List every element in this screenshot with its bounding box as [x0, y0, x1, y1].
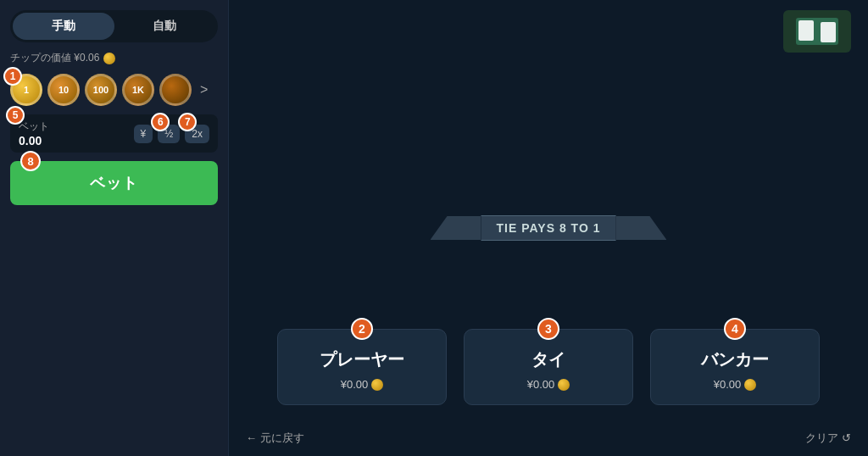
bet-row: ベット 0.00 ¥ 6 ½ 7 2x	[10, 114, 218, 153]
place-bet-button[interactable]: ベット	[10, 161, 218, 205]
badge-5: 5	[6, 106, 25, 125]
banner-wing-left	[431, 216, 481, 240]
manual-mode-button[interactable]: 手動	[13, 13, 114, 40]
bet-amount: 0.00	[19, 134, 127, 147]
player-zone-title: プレーヤー	[320, 348, 404, 371]
double-btn-wrap: 7 2x	[185, 125, 209, 143]
tie-zone-title: タイ	[531, 348, 565, 371]
banker-zone-amount: ¥0.00	[714, 378, 757, 391]
yen-icon: ¥	[141, 128, 147, 140]
banker-zone-badge: 4	[724, 318, 746, 340]
main-area: TIE PAYS 8 TO 1 2 プレーヤー ¥0.00 3 タイ ¥0.00…	[229, 0, 868, 456]
chips-more-button[interactable]: >	[197, 82, 211, 97]
left-panel: 手動 自動 チップの価値 ¥0.06 1 1 10 100 1K > 5 ベット…	[0, 0, 229, 456]
chip-value-row: チップの価値 ¥0.06	[10, 51, 218, 65]
tie-pays-text: TIE PAYS 8 TO 1	[481, 215, 616, 241]
place-bet-wrap: 8 ベット	[10, 161, 218, 205]
player-bet-zone[interactable]: 2 プレーヤー ¥0.00	[277, 329, 447, 405]
mode-toggle: 手動 自動	[10, 10, 218, 42]
badge-7: 7	[178, 113, 197, 131]
top-right-widget	[783, 10, 851, 53]
betting-area: 2 プレーヤー ¥0.00 3 タイ ¥0.00 4 バンカー ¥0.00	[229, 329, 868, 405]
coin-icon	[103, 53, 115, 64]
chip-100[interactable]: 100	[85, 74, 117, 106]
auto-mode-button[interactable]: 自動	[114, 13, 216, 40]
player-zone-badge: 2	[351, 318, 373, 340]
card-visual	[796, 18, 838, 45]
bet-actions: ¥ 6 ½ 7 2x	[134, 125, 209, 143]
player-coin-icon	[371, 379, 383, 391]
bottom-bar: ← 元に戻す クリア ↺	[229, 420, 868, 456]
bet-reset-button[interactable]: ¥	[134, 125, 153, 143]
tie-zone-badge: 3	[537, 318, 559, 340]
tie-zone-amount: ¥0.00	[527, 378, 570, 391]
chip-extra[interactable]	[159, 74, 192, 106]
banner-wing-right	[615, 216, 666, 240]
tie-coin-icon	[558, 379, 570, 391]
banker-coin-icon	[744, 379, 756, 391]
banker-bet-zone[interactable]: 4 バンカー ¥0.00	[650, 329, 820, 405]
clear-button[interactable]: クリア ↺	[805, 431, 851, 446]
chips-row: 1 1 10 100 1K >	[10, 74, 218, 106]
tie-pays-banner: TIE PAYS 8 TO 1	[431, 215, 667, 241]
player-zone-amount: ¥0.00	[341, 378, 384, 391]
tie-bet-zone[interactable]: 3 タイ ¥0.00	[464, 329, 633, 405]
chip-10[interactable]: 10	[47, 74, 80, 106]
bet-label: ベット	[19, 120, 127, 134]
chip-value-label: チップの価値 ¥0.06	[10, 51, 99, 65]
badge-6: 6	[151, 113, 170, 131]
badge-1: 1	[3, 67, 22, 86]
half-btn-wrap: 6 ½	[158, 125, 180, 143]
badge-8: 8	[20, 151, 41, 171]
chip-1-wrap: 1 1	[10, 74, 42, 106]
back-button[interactable]: ← 元に戻す	[246, 431, 304, 446]
chip-1k[interactable]: 1K	[122, 74, 154, 106]
banker-zone-title: バンカー	[701, 348, 769, 371]
